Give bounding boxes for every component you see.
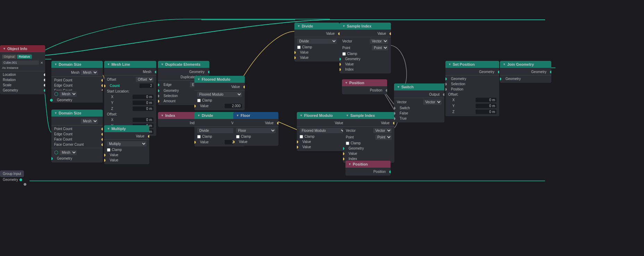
multiply-header[interactable]: ▼ Multiply xyxy=(104,125,149,132)
fm1-clamp-checkbox[interactable] xyxy=(197,99,201,102)
location-row: Location xyxy=(0,72,45,77)
sample-index-bottom-header[interactable]: ▼ Sample Index xyxy=(343,112,394,119)
domain-size-2-header[interactable]: ▼ Domain Size xyxy=(51,110,103,117)
divide-top-node: ▼ Divide Value Divide Clamp Value Value xyxy=(294,23,340,62)
sit-point-select[interactable]: Point xyxy=(372,45,388,50)
floored-modulo-2-body: Value Floored Modulo Clamp Value Value xyxy=(297,119,348,151)
multiply-op-select[interactable]: Multiply xyxy=(107,141,147,146)
de-geometry-out-socket xyxy=(208,71,209,73)
sib-vector-row: Vector Vector xyxy=(343,127,394,134)
sit-index-row: Index xyxy=(340,67,391,72)
floored-modulo-1-header[interactable]: ▼ Floored Modulo xyxy=(194,76,245,83)
sib-geometry-label: Geometry xyxy=(346,146,364,150)
dt-op-select[interactable]: Divide xyxy=(297,39,337,44)
set-position-header[interactable]: ▼ Set Position xyxy=(445,61,499,68)
sp-geometry-in-row: Geometry xyxy=(445,76,499,81)
sib-point-select[interactable]: Point xyxy=(375,135,392,140)
sw-switch-label: Switch xyxy=(397,106,410,110)
de-amount-label: Amount xyxy=(161,99,175,103)
floored-modulo-2-header[interactable]: ▼ Floored Modulo xyxy=(297,112,348,119)
multiply-val1-row: Value xyxy=(104,152,149,158)
ml-y-input[interactable] xyxy=(133,101,153,105)
fm1-op-select[interactable]: Floored Modulo xyxy=(197,92,242,97)
sp-offset-y-row: Y xyxy=(445,103,499,109)
switch-header[interactable]: ▼ Switch xyxy=(394,83,444,90)
object-field-row[interactable]: Cube.001 ✕ xyxy=(0,60,45,65)
fm1-value-out-row: Value xyxy=(194,84,245,89)
duplicate-elements-header[interactable]: ▼ Duplicate Elements xyxy=(158,61,209,68)
multiply-val2-label: Value xyxy=(107,158,118,162)
de-geo-in-label: Geometry xyxy=(161,89,179,93)
sp-offset-x-input[interactable] xyxy=(476,98,496,102)
ds1-edge-count-label: Edge Count xyxy=(54,83,73,87)
divide-top-header[interactable]: ▼ Divide xyxy=(294,23,340,30)
position-2-body: Position xyxy=(345,168,391,176)
sit-vector-select[interactable]: Vector xyxy=(370,39,388,44)
relative-tab[interactable]: Relative xyxy=(17,55,32,59)
ds1-mesh-type-select[interactable]: Mesh xyxy=(60,91,77,97)
sib-vector-select[interactable]: Vector xyxy=(373,128,392,133)
ds1-mesh-icon: ⬡ xyxy=(54,91,58,97)
object-info-body: Original Relative Cube.001 ✕ As Instance… xyxy=(0,52,45,94)
ds2-geometry-label: Geometry xyxy=(54,157,72,160)
ml-start-loc-label: Start Location: xyxy=(107,89,129,93)
position-2-title: Position xyxy=(353,162,368,166)
object-value: Cube.001 xyxy=(2,61,39,65)
domain-size-2-node: ▼ Domain Size Mesh Point Count Edge Coun… xyxy=(51,110,103,162)
group-input-label: Group Input xyxy=(0,170,24,177)
ds2-mesh-select[interactable]: Mesh xyxy=(81,119,98,124)
pos1-position-label: Position xyxy=(370,88,382,92)
fm2-clamp-checkbox[interactable] xyxy=(300,135,303,138)
ds1-mesh-select[interactable]: Mesh xyxy=(81,70,98,75)
sit-value-out-socket xyxy=(390,32,391,35)
object-close-icon[interactable]: ✕ xyxy=(40,61,43,65)
ds1-mesh-row: Mesh Mesh xyxy=(51,69,103,76)
mesh-icon: ⬡ xyxy=(54,150,58,155)
ml-ox-input[interactable] xyxy=(133,118,153,122)
fm2-value2-label: Value xyxy=(300,145,311,149)
position-1-header[interactable]: ▼ Position xyxy=(342,79,387,86)
mesh-line-header[interactable]: ▼ Mesh Line xyxy=(104,61,156,68)
floor-value-out-label: Value xyxy=(265,121,274,125)
sw-type-select[interactable]: Vector xyxy=(423,99,442,105)
join-geometry-body: Geometry Geometry xyxy=(500,68,551,83)
fm2-op-select[interactable]: Floored Modulo xyxy=(300,128,345,133)
position-2-header[interactable]: ▼ Position xyxy=(345,161,391,168)
ml-x-input[interactable] xyxy=(133,95,153,99)
floor-op-select[interactable]: Floor xyxy=(236,128,276,133)
multiply-clamp-checkbox[interactable] xyxy=(107,148,110,152)
ml-offset-select[interactable]: Offset xyxy=(136,77,153,82)
ds1-edge-count-socket xyxy=(101,84,103,87)
ds1-edge-count-row: Edge Count xyxy=(51,83,103,88)
ds2-point-count-socket xyxy=(101,128,103,130)
floor-header[interactable]: ▼ Floor xyxy=(233,112,278,119)
ds2-mesh-select2[interactable]: Mesh xyxy=(60,150,77,155)
sit-clamp-checkbox[interactable] xyxy=(342,52,346,56)
ds2-face-count-socket xyxy=(101,138,103,141)
floor-clamp-checkbox[interactable] xyxy=(236,135,240,138)
d1-clamp-checkbox[interactable] xyxy=(197,135,201,138)
sit-index-label: Index xyxy=(342,67,353,71)
join-geometry-header[interactable]: ▼ Join Geometry xyxy=(500,61,551,68)
sp-offset-y-input[interactable] xyxy=(476,104,496,108)
ds1-geo-socket xyxy=(50,99,53,102)
sib-clamp-checkbox[interactable] xyxy=(346,142,349,145)
sample-index-top-header[interactable]: ▼ Sample Index xyxy=(340,23,391,30)
original-tab[interactable]: Original xyxy=(2,55,16,59)
ml-count-input[interactable] xyxy=(140,83,153,88)
ml-z-input[interactable] xyxy=(133,106,153,111)
dt-value1-label: Value xyxy=(297,50,309,54)
pos2-position-socket xyxy=(389,170,391,173)
sp-offset-z-input[interactable] xyxy=(476,110,496,114)
sp-selection-row: Selection xyxy=(445,81,499,87)
position-1-body: Position xyxy=(342,86,387,94)
fm1-value-in-input[interactable] xyxy=(225,104,242,108)
domain-size-1-header[interactable]: ▼ Domain Size xyxy=(51,61,103,68)
dt-op-row: Divide xyxy=(294,38,340,45)
ml-y-label: Y xyxy=(111,101,114,105)
dt-clamp-checkbox[interactable] xyxy=(297,46,301,49)
fm2-value-in-row: Value xyxy=(297,139,348,144)
sit-clamp-row: Clamp xyxy=(340,51,391,56)
sw-output-row: Output xyxy=(394,92,444,97)
object-info-header[interactable]: ▼ Object Info xyxy=(0,45,45,52)
